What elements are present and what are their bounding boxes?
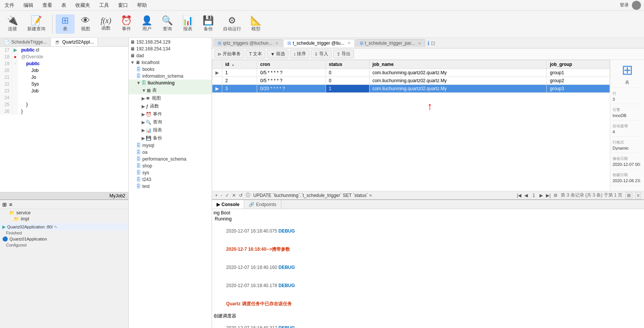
menu-edit[interactable]: 编辑: [22, 1, 35, 9]
tool-user[interactable]: 👤 用户: [137, 14, 156, 34]
tool-backup[interactable]: 💾 备份: [199, 14, 218, 34]
cell-jobname-3[interactable]: com.liuchunming.quartz02.quartz.My: [369, 85, 547, 93]
cell-id-1[interactable]: 1: [222, 69, 257, 77]
status-info-btn[interactable]: ⓘ: [246, 192, 250, 198]
tool-table[interactable]: ⊞ 表: [56, 14, 75, 34]
cell-status-2[interactable]: 0: [326, 77, 369, 85]
tool-function[interactable]: f(x) 函数: [97, 15, 115, 33]
ide-tab-schedule[interactable]: 📄 ScheduleTrigge...: [0, 38, 51, 46]
login-button[interactable]: 登录: [620, 2, 629, 8]
ptree-impl[interactable]: 📁 impl: [0, 216, 128, 222]
db-liuchunming[interactable]: ▼ 🗄 liuchunming: [129, 80, 212, 86]
cell-cron-1[interactable]: 0/5 * * * * ?: [257, 69, 326, 77]
table-row[interactable]: 2 0/5 * * * * ? 0 com.liuchunming.quartz…: [212, 77, 610, 85]
tab-close-param[interactable]: ✕: [418, 41, 421, 45]
menu-view[interactable]: 查看: [41, 1, 54, 9]
table-row[interactable]: ▶ 1 0/5 * * * * ? 0 com.liuchunming.quar…: [212, 69, 610, 77]
status-minus-btn[interactable]: -: [221, 193, 222, 198]
status-add-btn[interactable]: +: [215, 193, 218, 198]
tab-info-icon[interactable]: ℹ: [427, 40, 429, 46]
page-nav-next[interactable]: ▶: [540, 193, 543, 198]
btn-filter[interactable]: ▼ 筛选: [267, 50, 288, 58]
db-mysql[interactable]: 🗄 mysql: [129, 142, 212, 149]
cell-status-1[interactable]: 0: [326, 69, 369, 77]
table-row[interactable]: ▶ 3 0/20 * * * * ? 1 com.liuchunming.qua…: [212, 85, 610, 93]
db-sys[interactable]: 🗄 sys: [129, 169, 212, 176]
db-hanshu[interactable]: ▶ ƒ 函数: [129, 102, 212, 110]
tool-view[interactable]: 👁 视图: [76, 14, 95, 34]
menu-table[interactable]: 表: [60, 1, 68, 9]
table-grid[interactable]: id ▲ cron status job_name job_group ▶ 1 …: [212, 60, 610, 191]
page-nav-last[interactable]: ▶|: [546, 193, 550, 198]
cell-jobname-2[interactable]: com.liuchunming.quartz02.quartz.My: [369, 77, 547, 85]
db-chaxun[interactable]: ▶ 🔍 查询: [129, 118, 212, 126]
th-status[interactable]: status: [326, 60, 369, 69]
tab-close-schedule[interactable]: ✕: [348, 41, 351, 45]
page-nav-prev[interactable]: ◀: [524, 193, 528, 198]
db-test[interactable]: 🗄 test: [129, 183, 212, 190]
ptree-quartz01-app[interactable]: 🔵 Quartz01Application: [0, 236, 128, 242]
conn-dad[interactable]: 🖥 dad: [129, 52, 212, 59]
conn-192-134[interactable]: 🖥 192.168.254.134: [129, 45, 212, 52]
tool-report[interactable]: 📊 报表: [178, 14, 197, 34]
btn-text[interactable]: T 文本: [246, 50, 265, 58]
menu-file[interactable]: 文件: [3, 1, 16, 9]
cell-jobgroup-3[interactable]: group3: [547, 85, 610, 93]
project-filter-icon[interactable]: ≡: [9, 201, 12, 208]
cell-jobgroup-2[interactable]: group2: [547, 77, 610, 85]
db-performance[interactable]: 🗄 performance_schema: [129, 156, 212, 162]
btn-import[interactable]: ⇩ 导入: [311, 50, 332, 58]
status-check-btn[interactable]: ✓: [225, 193, 229, 198]
ptree-service[interactable]: 📁 service: [0, 210, 128, 216]
cell-jobgroup-1[interactable]: group1: [547, 69, 610, 77]
th-job-group[interactable]: job_group: [547, 60, 610, 69]
tool-autorun[interactable]: ⚙ 自动运行: [219, 14, 245, 34]
db-biao[interactable]: ▼ ⊞ 表: [129, 86, 212, 94]
cell-jobname-1[interactable]: com.liuchunming.quartz02.quartz.My: [369, 69, 547, 77]
th-id[interactable]: id ▲: [222, 60, 257, 69]
cell-status-3[interactable]: 1: [326, 85, 369, 93]
tool-new-query[interactable]: 📝 新建查询: [23, 14, 49, 34]
console-tab-endpoints[interactable]: 🔗 Endpoints: [244, 200, 281, 209]
db-baobiao[interactable]: ▶ 📊 报表: [129, 126, 212, 134]
db-shijian[interactable]: ▶ ⏰ 事件: [129, 110, 212, 118]
th-cron[interactable]: cron: [257, 60, 326, 69]
cell-cron-2[interactable]: 0/5 * * * * ?: [257, 77, 326, 85]
cell-id-2[interactable]: 2: [222, 77, 257, 85]
conn-192-129[interactable]: 🖥 192.168.254.129: [129, 39, 212, 45]
ptree-quartz02-app[interactable]: ▶ Quartz02Application :80/ ✎: [0, 223, 128, 230]
tab-expand-icon[interactable]: ⊡: [431, 40, 435, 46]
console-tab-console[interactable]: ▶ Console: [212, 200, 244, 209]
view-toggle-2[interactable]: ≡: [635, 192, 641, 199]
ide-tab-quartz[interactable]: ☕ Quartz02Appl...: [51, 38, 98, 46]
page-settings-icon[interactable]: ⚙: [554, 193, 558, 198]
db-tab-qrtz-triggers[interactable]: ⊞ qrtz_triggers @liuchun... ✕: [214, 39, 282, 47]
btn-begin-transaction[interactable]: ⊳ 开始事务: [214, 50, 244, 58]
cell-cron-3[interactable]: 0/20 * * * * ?: [257, 85, 326, 93]
status-x-btn[interactable]: ✕: [232, 193, 236, 198]
menu-favorites[interactable]: 收藏夹: [74, 1, 92, 9]
menu-tools[interactable]: 工具: [98, 1, 111, 9]
status-refresh-btn[interactable]: ↺: [239, 193, 243, 198]
page-nav-first[interactable]: |◀: [517, 193, 521, 198]
view-toggle-1[interactable]: ⊞: [625, 192, 632, 199]
conn-localhost[interactable]: ▼ 🖥 localhost: [129, 59, 212, 66]
btn-export[interactable]: ⇧ 导出: [333, 50, 354, 58]
db-tab-schedule-trigger[interactable]: ⊞ t_schedule_trigger @liu... ✕: [283, 39, 354, 47]
db-t243[interactable]: 🗄 t243: [129, 176, 212, 183]
db-shop[interactable]: 🗄 shop: [129, 162, 212, 169]
db-tab-schedule-param[interactable]: ⊞ t_schedule_trigger_par... ✕: [356, 39, 425, 47]
tab-close-qrtz[interactable]: ✕: [275, 41, 278, 45]
tool-query[interactable]: 🔍 查询: [158, 14, 177, 34]
tool-event[interactable]: ⏰ 事件: [117, 14, 136, 34]
tool-connect[interactable]: 🔌 连接: [3, 14, 22, 34]
btn-sort[interactable]: ↕ 排序: [290, 50, 309, 58]
db-shitu[interactable]: ▶ 👁 视图: [129, 94, 212, 102]
menu-help[interactable]: 帮助: [136, 1, 148, 9]
db-beifen[interactable]: ▶ 💾 备份: [129, 134, 212, 142]
menu-window[interactable]: 窗口: [117, 1, 129, 9]
th-job-name[interactable]: job_name: [369, 60, 547, 69]
db-books[interactable]: 🗄 books: [129, 66, 212, 73]
db-info-schema[interactable]: 🗄 information_schema: [129, 73, 212, 80]
cell-id-3[interactable]: 3: [222, 85, 257, 93]
